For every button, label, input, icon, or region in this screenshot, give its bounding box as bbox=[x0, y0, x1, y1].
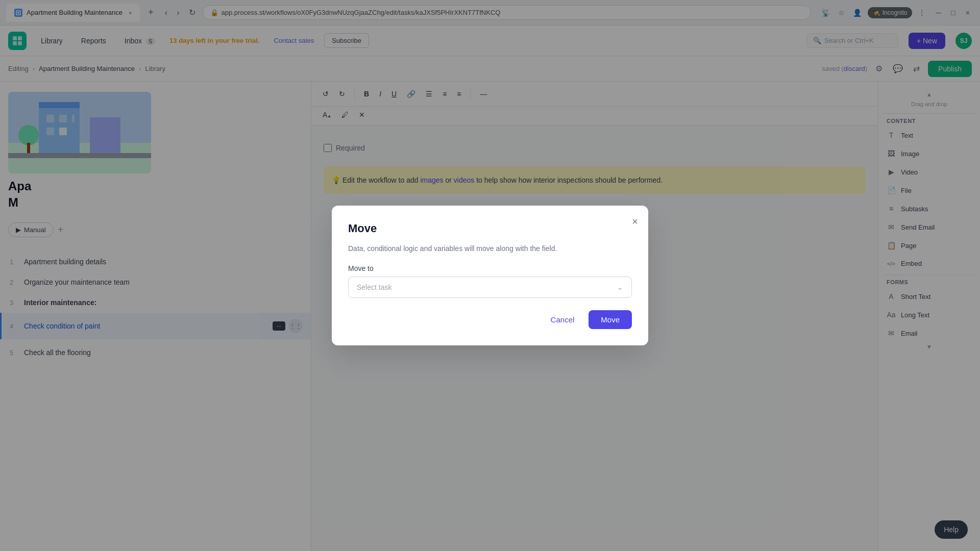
move-modal: × Move Data, conditional logic and varia… bbox=[332, 206, 648, 345]
modal-close-btn[interactable]: × bbox=[630, 214, 640, 230]
cancel-btn[interactable]: Cancel bbox=[543, 310, 583, 329]
chevron-down-icon: ⌄ bbox=[617, 283, 623, 291]
move-btn[interactable]: Move bbox=[589, 310, 632, 329]
task-select[interactable]: Select task ⌄ bbox=[348, 277, 632, 298]
modal-actions: Cancel Move bbox=[348, 310, 632, 329]
select-placeholder: Select task bbox=[357, 283, 391, 291]
modal-overlay[interactable]: × Move Data, conditional logic and varia… bbox=[0, 0, 980, 551]
modal-description: Data, conditional logic and variables wi… bbox=[348, 243, 632, 254]
move-to-label: Move to bbox=[348, 264, 632, 272]
modal-title: Move bbox=[348, 222, 632, 235]
